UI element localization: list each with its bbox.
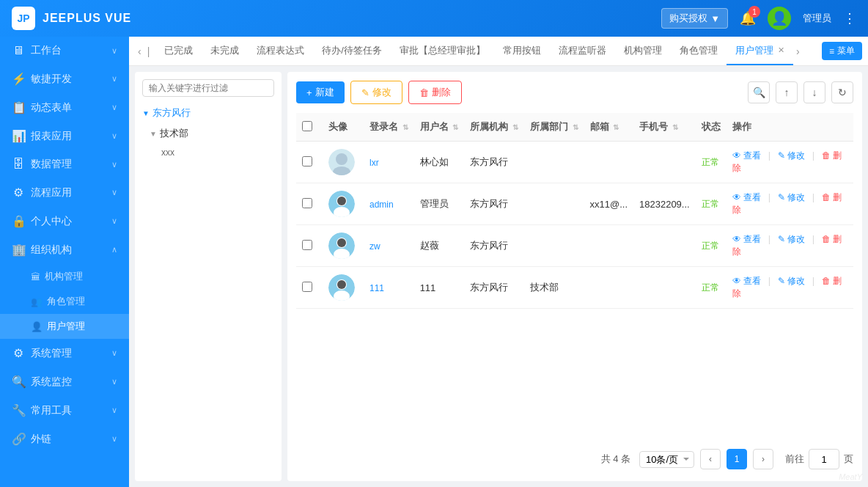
sidebar-item-data-mgmt[interactable]: 🗄 数据管理 ∨ [0, 150, 129, 178]
sidebar-item-tools[interactable]: 🔧 常用工具 ∨ [0, 396, 129, 425]
row-avatar-cell [323, 142, 364, 183]
sidebar-item-report[interactable]: 📊 报表应用 ∨ [0, 122, 129, 150]
sidebar-item-agile[interactable]: ⚡ 敏捷开发 ∨ [0, 65, 129, 93]
view-action[interactable]: 👁 查看 [732, 234, 761, 244]
row-dept-cell [524, 142, 584, 183]
tab-done[interactable]: 已完成 [155, 37, 202, 65]
row-avatar-cell [323, 267, 364, 309]
select-all-checkbox[interactable] [302, 121, 312, 131]
more-menu-icon[interactable]: ⋮ [843, 10, 856, 26]
buy-auth-button[interactable]: 购买授权 ▼ [661, 8, 728, 29]
row-checkbox[interactable] [302, 156, 312, 166]
tab-menu-button[interactable]: ≡ 菜单 [822, 42, 862, 60]
sidebar-item-org-mgmt[interactable]: 🏛 机构管理 [0, 264, 129, 289]
tab-common-btn[interactable]: 常用按钮 [494, 37, 550, 65]
upload-icon-btn[interactable]: ↑ [776, 81, 798, 103]
user-avatar [328, 232, 355, 259]
sidebar-label: 系统管理 [31, 347, 106, 360]
view-action[interactable]: 👁 查看 [732, 192, 761, 202]
toolbar-right: 🔍 ↑ ↓ ↻ [748, 81, 853, 103]
row-email-cell: xx11@... [584, 183, 634, 225]
row-checkbox-cell [296, 225, 323, 267]
prev-page-btn[interactable]: ‹ [700, 449, 721, 469]
sort-dept-icon[interactable]: ⇅ [573, 123, 578, 131]
row-checkbox[interactable] [302, 282, 312, 292]
sidebar-item-dynamic-table[interactable]: 📋 动态表单 ∨ [0, 93, 129, 122]
row-checkbox[interactable] [302, 240, 312, 250]
tree-dept-node[interactable]: ▼ 技术部 [135, 123, 282, 144]
row-checkbox[interactable] [302, 198, 312, 208]
sidebar-label: 工作台 [31, 44, 106, 57]
sort-email-icon[interactable]: ⇅ [613, 123, 619, 131]
sidebar-item-workbench[interactable]: 🖥 工作台 ∨ [0, 37, 129, 65]
tab-undone[interactable]: 未完成 [202, 37, 248, 65]
tab-close-icon[interactable]: ✕ [778, 45, 784, 55]
sort-org-icon[interactable]: ⇅ [512, 123, 518, 131]
tab-next-btn[interactable]: › [793, 45, 803, 57]
edit-action[interactable]: ✎ 修改 [778, 192, 805, 202]
sort-phone-icon[interactable]: ⇅ [672, 123, 678, 131]
view-action[interactable]: 👁 查看 [732, 150, 761, 161]
login-link[interactable]: 111 [369, 283, 384, 293]
chevron-icon: ∨ [111, 377, 117, 387]
sidebar-item-flow-app[interactable]: ⚙ 流程应用 ∨ [0, 178, 129, 207]
sidebar-item-org[interactable]: 🏢 组织机构 ∧ [0, 235, 129, 264]
row-actions-cell: 👁 查看 | ✎ 修改 | 🗑 删除 [727, 142, 853, 183]
tab-flow-expr[interactable]: 流程表达式 [248, 37, 313, 65]
tab-audit[interactable]: 审批【总经理审批】 [391, 37, 494, 65]
plus-icon: + [306, 87, 312, 98]
delete-button[interactable]: 🗑 删除 [408, 81, 462, 104]
th-phone: 手机号 ⇅ [633, 113, 696, 142]
goto-input[interactable] [809, 449, 839, 469]
tree-root-node[interactable]: ▼ 东方风行 [135, 103, 282, 123]
org-icon: 🏢 [12, 243, 25, 257]
tab-org-mgmt[interactable]: 机构管理 [615, 37, 671, 65]
new-button[interactable]: + 新建 [296, 81, 345, 103]
download-icon-btn[interactable]: ↓ [803, 81, 825, 103]
sidebar-item-role-mgmt[interactable]: 👥 角色管理 [0, 289, 129, 314]
tab-flow-monitor[interactable]: 流程监听器 [550, 37, 615, 65]
page-1-btn[interactable]: 1 [727, 449, 747, 469]
row-phone-cell [633, 142, 696, 183]
tab-user-mgmt[interactable]: 用户管理 ✕ [727, 37, 793, 65]
row-actions-cell: 👁 查看 | ✎ 修改 | 🗑 删除 [727, 225, 853, 267]
building-icon: 🏛 [31, 271, 40, 282]
tree-expand-icon: ▼ [142, 109, 150, 117]
sidebar-item-personal[interactable]: 🔒 个人中心 ∨ [0, 207, 129, 235]
th-status: 状态 [696, 113, 727, 142]
main-layout: 🖥 工作台 ∨ ⚡ 敏捷开发 ∨ 📋 动态表单 ∨ 📊 报表应用 ∨ 🗄 数据管… [0, 37, 868, 487]
row-status-cell: 正常 [696, 142, 727, 183]
sidebar-item-sys-mgmt[interactable]: ⚙ 系统管理 ∨ [0, 339, 129, 367]
edit-action[interactable]: ✎ 修改 [778, 150, 805, 161]
sidebar-item-external[interactable]: 🔗 外链 ∨ [0, 425, 129, 453]
svg-point-1 [336, 153, 347, 165]
th-avatar: 头像 [323, 113, 364, 142]
tab-pending[interactable]: 待办/待签任务 [313, 37, 391, 65]
tree-leaf-node[interactable]: xxx [135, 144, 282, 161]
tree-search-input[interactable] [142, 79, 274, 97]
tab-role-mgmt[interactable]: 角色管理 [671, 37, 727, 65]
sort-username-icon[interactable]: ⇅ [452, 123, 458, 131]
search-icon-btn[interactable]: 🔍 [748, 81, 770, 103]
sidebar-label: 系统监控 [31, 376, 106, 389]
view-action[interactable]: 👁 查看 [732, 276, 761, 286]
edit-action[interactable]: ✎ 修改 [778, 276, 805, 286]
per-page-select[interactable]: 10条/页 20条/页 50条/页 [639, 451, 694, 468]
login-link[interactable]: zw [369, 241, 380, 252]
sidebar-item-user-mgmt[interactable]: 👤 用户管理 [0, 314, 129, 339]
tab-prev-btn[interactable]: ‹ [135, 45, 144, 57]
login-link[interactable]: admin [369, 199, 394, 210]
admin-name[interactable]: 管理员 [803, 12, 831, 25]
next-page-btn[interactable]: › [753, 449, 773, 469]
login-link[interactable]: lxr [369, 158, 379, 168]
row-dept-cell: 技术部 [524, 267, 584, 309]
row-phone-cell [633, 225, 696, 267]
sidebar-item-sys-monitor[interactable]: 🔍 系统监控 ∨ [0, 367, 129, 396]
notification-bell[interactable]: 🔔 1 [740, 10, 756, 26]
refresh-icon-btn[interactable]: ↻ [831, 81, 853, 103]
sort-login-icon[interactable]: ⇅ [402, 123, 408, 131]
download-icon: ↓ [812, 87, 817, 98]
admin-avatar[interactable]: 👤 [768, 7, 791, 30]
edit-button[interactable]: ✎ 修改 [350, 81, 402, 104]
edit-action[interactable]: ✎ 修改 [778, 234, 805, 244]
